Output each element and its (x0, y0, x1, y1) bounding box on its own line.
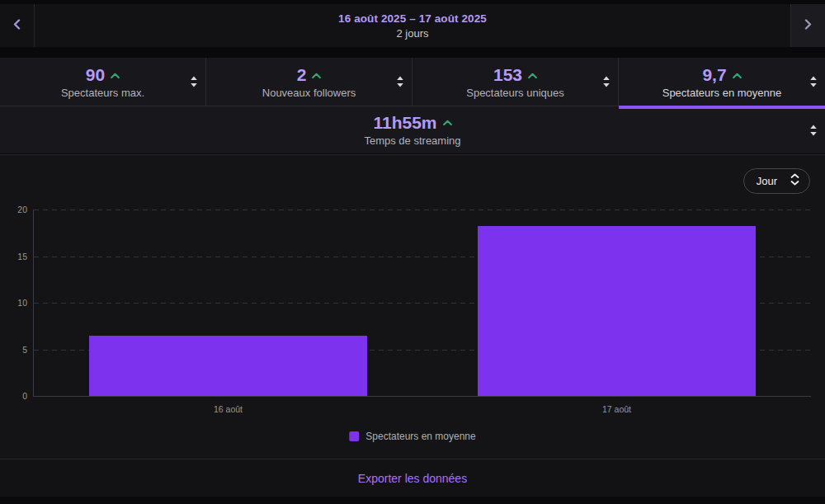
date-range-display: 16 août 2025 – 17 août 2025 2 jours (35, 4, 790, 47)
stat-label: Spectateurs max. (61, 87, 144, 99)
x-axis-label-17-août: 17 août (602, 404, 631, 414)
period-select-value: Jour (757, 175, 777, 187)
stats-row: 90Spectateurs max.2Nouveaux followers153… (0, 58, 825, 106)
chart-section: Jour 2015105016 août17 août Spectateurs … (0, 154, 825, 459)
next-period-button[interactable] (790, 4, 825, 47)
previous-period-button[interactable] (0, 4, 35, 47)
stat-value: 153 (493, 66, 522, 83)
trend-up-icon (111, 68, 120, 82)
legend-swatch (349, 431, 359, 441)
chevron-up-down-icon (790, 173, 799, 189)
sort-toggle-icon[interactable] (188, 74, 200, 89)
stat-label: Spectateurs uniques (466, 87, 564, 99)
sort-toggle-icon[interactable] (394, 74, 406, 89)
chevron-left-icon (13, 18, 21, 33)
sort-toggle-icon[interactable] (808, 123, 819, 138)
stat-card-stream-time[interactable]: 11h55m Temps de streaming (0, 106, 825, 153)
chart-legend: Spectateurs en moyenne (349, 431, 475, 442)
footer-bar: Exporter les données (0, 459, 825, 497)
bar-chart-plot-area: 2015105016 août17 août (33, 210, 811, 397)
stream-time-value: 11h55m (373, 114, 436, 131)
trend-up-icon (733, 68, 742, 82)
stats-panel: 90Spectateurs max.2Nouveaux followers153… (0, 58, 825, 153)
period-select-dropdown[interactable]: Jour (743, 168, 810, 194)
y-axis-tick-20: 20 (17, 205, 27, 214)
stat-label: Spectateurs en moyenne (662, 87, 782, 99)
stat-card-0[interactable]: 90Spectateurs max. (0, 58, 206, 106)
date-range-navbar: 16 août 2025 – 17 août 2025 2 jours (0, 4, 825, 47)
stat-card-1[interactable]: 2Nouveaux followers (206, 58, 412, 106)
stat-label: Nouveaux followers (262, 87, 356, 99)
bar-16-août[interactable] (89, 336, 366, 396)
y-axis-tick-10: 10 (17, 298, 27, 308)
stat-card-3[interactable]: 9,7Spectateurs en moyenne (619, 58, 825, 106)
legend-label: Spectateurs en moyenne (365, 431, 475, 442)
date-range-duration: 2 jours (396, 27, 428, 40)
sort-toggle-icon[interactable] (808, 74, 819, 89)
stream-time-label: Temps de streaming (364, 134, 460, 147)
y-axis-tick-5: 5 (22, 345, 27, 355)
stat-value: 9,7 (702, 66, 726, 83)
sort-toggle-icon[interactable] (601, 74, 612, 89)
export-data-link[interactable]: Exporter les données (358, 472, 467, 485)
y-axis-tick-15: 15 (17, 252, 27, 261)
chevron-right-icon (804, 18, 812, 33)
selected-card-underline (619, 106, 825, 109)
stat-value: 90 (86, 66, 105, 83)
stat-card-2[interactable]: 153Spectateurs uniques (412, 58, 619, 106)
trend-up-icon (528, 68, 537, 82)
date-range-title: 16 août 2025 – 17 août 2025 (338, 12, 487, 25)
gridline-y20 (34, 210, 811, 210)
trend-up-icon (312, 68, 321, 82)
bar-17-août[interactable] (478, 226, 755, 396)
y-axis-tick-0: 0 (22, 391, 27, 401)
x-axis-label-16-août: 16 août (214, 404, 243, 414)
stat-value: 2 (297, 66, 307, 83)
trend-up-icon (443, 115, 452, 130)
